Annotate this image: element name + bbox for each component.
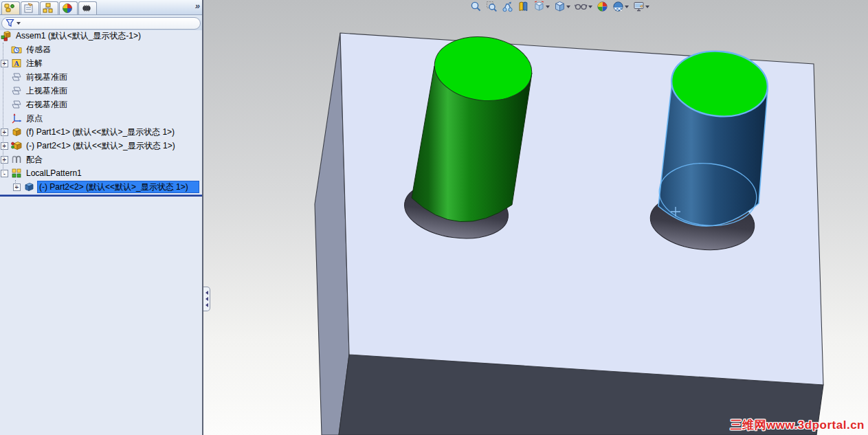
tree-row-right-plane[interactable]: 右视基准面 (0, 98, 202, 111)
expander-plus[interactable]: + (1, 60, 8, 67)
displaymanager-tab[interactable] (78, 1, 97, 14)
tree-label: (f) Part1<1> (默认<<默认>_显示状态 1>) (25, 126, 176, 137)
previous-view-button[interactable] (502, 1, 513, 12)
feature-tree: Assem1 (默认<默认_显示状态-1>) 传感器 + A 注解 (0, 29, 202, 435)
view-orientation-button[interactable] (533, 1, 550, 12)
tree-label: 原点 (25, 113, 44, 124)
propertymanager-icon (23, 3, 34, 14)
origin-icon (11, 113, 22, 124)
hide-show-glasses-icon (575, 1, 588, 12)
tree-row-mates[interactable]: + 配合 (0, 153, 202, 166)
filter-bar (0, 15, 202, 30)
tree-row-sensors[interactable]: 传感器 (0, 43, 202, 56)
tree-label: Assem1 (默认<默认_显示状态-1>) (14, 30, 142, 41)
tree-label: 上视基准面 (25, 85, 69, 96)
assembly-icon (1, 30, 12, 41)
previous-view-icon (502, 1, 513, 12)
featuremanager-tab[interactable] (1, 1, 20, 14)
displaymanager-chip-icon (81, 3, 92, 14)
panel-collapse-handle[interactable] (203, 287, 210, 311)
plane-icon (11, 99, 22, 110)
view-orientation-cube-icon (533, 1, 545, 12)
hide-show-caret[interactable] (588, 5, 592, 8)
heads-up-view-toolbar (470, 1, 649, 12)
collapse-arrow-icon (205, 297, 208, 301)
zoom-to-fit-icon (470, 1, 482, 12)
annotations-icon: A (11, 58, 22, 69)
section-view-button[interactable] (518, 1, 529, 12)
solidworks-window: » Assem1 (默认<默认_显示状态-1 (0, 0, 868, 435)
edit-appearance-sphere-icon (597, 1, 608, 12)
propertymanager-tab[interactable] (21, 1, 39, 14)
filter-funnel-icon (5, 19, 14, 27)
expander-plus[interactable]: + (1, 142, 8, 150)
expander-minus[interactable]: - (1, 170, 8, 177)
part-icon-blue (23, 181, 34, 192)
tree-label-selected: (-) Part2<2> (默认<<默认>_显示状态 1>) (37, 181, 199, 193)
view-settings-caret[interactable] (645, 5, 649, 8)
configurationmanager-icon (43, 3, 54, 14)
tree-label: 右视基准面 (25, 99, 69, 110)
configurationmanager-tab[interactable] (40, 1, 58, 14)
tree-row-part2-1[interactable]: + (-) Part2<1> (默认<<默认>_显示状态 1>) (0, 139, 202, 153)
tree-label: (-) Part2<1> (默认<<默认>_显示状态 1>) (25, 140, 177, 151)
apply-scene-button[interactable] (612, 1, 629, 12)
collapse-arrow-icon (205, 303, 208, 307)
graphics-viewport[interactable]: 三维网www.3dportal.cn (203, 0, 868, 435)
view-orientation-caret[interactable] (546, 5, 550, 8)
zoom-to-area-icon (486, 1, 498, 12)
dimxpert-sphere-icon (62, 3, 73, 14)
scene-3d (203, 0, 868, 435)
display-style-caret[interactable] (566, 5, 570, 8)
tree-row-origin[interactable]: 原点 (0, 111, 202, 125)
plane-icon (11, 85, 22, 96)
view-settings-button[interactable] (633, 1, 649, 12)
tree-row-top-plane[interactable]: 上视基准面 (0, 84, 202, 98)
hide-show-items-button[interactable] (575, 1, 592, 12)
tree-row-assembly-root[interactable]: Assem1 (默认<默认_显示状态-1>) (0, 29, 202, 43)
tree-guide-line (3, 43, 3, 173)
tree-label: 注解 (25, 58, 44, 69)
apply-scene-sphere-icon (612, 1, 624, 12)
expander-plus[interactable]: + (13, 183, 21, 191)
featuremanager-panel: » Assem1 (默认<默认_显示状态-1 (0, 0, 202, 435)
tab-overflow-chevron[interactable]: » (195, 1, 199, 11)
display-style-cube-icon (554, 1, 566, 12)
apply-scene-caret[interactable] (625, 5, 629, 8)
tree-label: LocalLPattern1 (25, 168, 83, 179)
collapse-arrow-icon (205, 291, 208, 295)
tree-label: 前视基准面 (25, 71, 69, 82)
expander-plus[interactable]: + (1, 129, 8, 136)
tree-filter-input[interactable] (1, 17, 201, 30)
expander-plus[interactable]: + (1, 156, 8, 164)
part-icon-yellow (11, 126, 22, 137)
rollback-bar[interactable] (0, 194, 202, 197)
display-style-button[interactable] (554, 1, 570, 12)
tree-row-local-pattern[interactable]: - LocalLPattern1 (0, 166, 202, 180)
view-settings-monitor-icon (633, 1, 645, 12)
featuremanager-tree-icon (4, 3, 15, 14)
pattern-icon (11, 168, 22, 179)
tree-guide-line (15, 180, 16, 188)
tree-row-part1[interactable]: + (f) Part1<1> (默认<<默认>_显示状态 1>) (0, 125, 202, 139)
edit-appearance-button[interactable] (597, 1, 608, 12)
tree-label: 配合 (25, 154, 44, 165)
tree-label: 传感器 (25, 44, 52, 55)
plane-icon (11, 71, 22, 82)
panel-tab-bar: » (0, 0, 202, 15)
sensors-icon (11, 44, 22, 55)
filter-dropdown-caret[interactable] (16, 22, 21, 25)
dimxpertmanager-tab[interactable] (59, 1, 78, 14)
mates-icon (11, 154, 22, 165)
tree-row-front-plane[interactable]: 前视基准面 (0, 70, 202, 84)
section-view-icon (518, 1, 529, 12)
tree-row-part2-2-selected[interactable]: + (-) Part2<2> (默认<<默认>_显示状态 1>) (12, 180, 202, 194)
watermark-text: 三维网www.3dportal.cn (731, 417, 865, 433)
zoom-to-fit-button[interactable] (470, 1, 482, 12)
zoom-to-area-button[interactable] (486, 1, 498, 12)
part-icon-yellow (11, 140, 22, 151)
svg-text:A: A (14, 60, 19, 67)
tree-row-annotations[interactable]: + A 注解 (0, 56, 202, 70)
